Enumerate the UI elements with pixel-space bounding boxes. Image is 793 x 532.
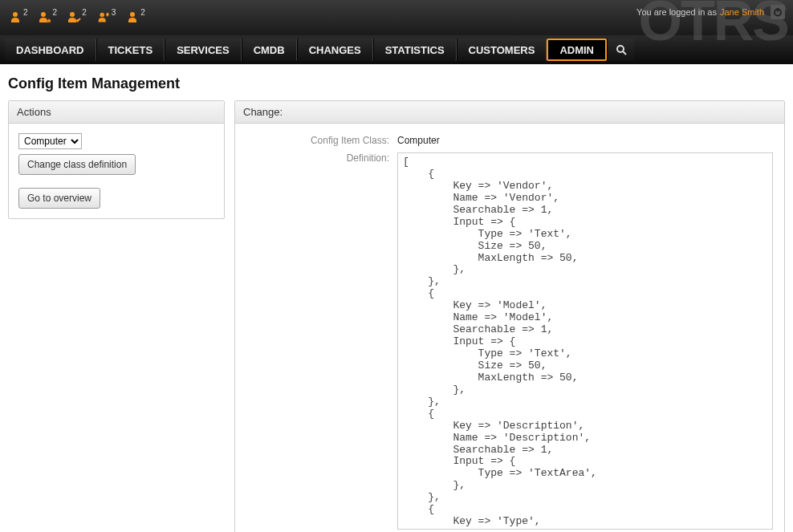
navbar: DASHBOARDTICKETSSERVICESCMDBCHANGESSTATI… [0, 35, 793, 64]
login-prefix: You are logged in as [636, 7, 717, 17]
person-star-icon [38, 10, 52, 26]
login-info: You are logged in as Jane Smith [636, 5, 785, 19]
nav-tab-admin[interactable]: ADMIN [547, 39, 607, 61]
actions-body: Computer Change class definition Go to o… [9, 124, 224, 218]
go-to-overview-button[interactable]: Go to overview [18, 188, 100, 209]
nav-tab-cmdb[interactable]: CMDB [242, 39, 297, 61]
definition-textarea[interactable]: [ { Key => 'Vendor', Name => 'Vendor', S… [397, 152, 773, 530]
actions-header: Actions [9, 101, 224, 124]
status-locked-tickets[interactable]: 2 [8, 10, 28, 26]
nav-tab-tickets[interactable]: TICKETS [96, 39, 165, 61]
nav-tab-statistics[interactable]: STATISTICS [373, 39, 457, 61]
status-count: 2 [23, 8, 28, 17]
person-check-icon [67, 10, 81, 26]
status-mychanges[interactable]: 2 [125, 10, 145, 26]
svg-point-3 [617, 46, 624, 52]
status-icons: 2 2 2 3 2 [8, 10, 145, 26]
login-username[interactable]: Jane Smith [720, 7, 764, 17]
change-body: Config Item Class: Computer Definition: … [235, 124, 784, 532]
topbar: 2 2 2 3 2 OTRS You are lo [0, 0, 793, 35]
change-header: Change: [235, 101, 784, 124]
nav-tab-services[interactable]: SERVICES [165, 39, 242, 61]
definition-row: Definition: [ { Key => 'Vendor', Name =>… [246, 149, 773, 532]
person-gear-icon [96, 10, 111, 26]
class-label: Config Item Class: [246, 135, 397, 146]
class-row: Config Item Class: Computer [246, 132, 773, 149]
class-select[interactable]: Computer [18, 133, 82, 149]
person-icon [8, 10, 22, 26]
nav-search[interactable] [607, 39, 634, 61]
person-icon [125, 10, 140, 26]
nav-tab-dashboard[interactable]: DASHBOARD [5, 39, 96, 61]
status-count: 2 [140, 8, 145, 17]
class-value: Computer [397, 135, 440, 146]
nav-tab-changes[interactable]: CHANGES [297, 39, 373, 61]
status-mycabs[interactable]: 3 [96, 10, 116, 26]
search-icon [616, 44, 627, 55]
content: Actions Computer Change class definition… [0, 100, 793, 532]
actions-widget: Actions Computer Change class definition… [8, 100, 225, 219]
svg-line-4 [623, 51, 626, 55]
change-class-definition-button[interactable]: Change class definition [18, 154, 136, 175]
status-count: 2 [82, 8, 87, 17]
change-widget: Change: Config Item Class: Computer Defi… [234, 100, 785, 532]
svg-point-0 [100, 13, 104, 17]
logout-button[interactable] [771, 5, 785, 19]
status-count: 3 [112, 8, 116, 17]
page-title: Config Item Management [0, 64, 793, 100]
status-count: 2 [53, 8, 58, 17]
nav-tab-customers[interactable]: CUSTOMERS [457, 39, 547, 61]
power-icon [773, 7, 783, 17]
status-watched-tickets[interactable]: 2 [38, 10, 58, 26]
definition-label: Definition: [246, 152, 397, 164]
status-responsible-tickets[interactable]: 2 [67, 10, 87, 26]
